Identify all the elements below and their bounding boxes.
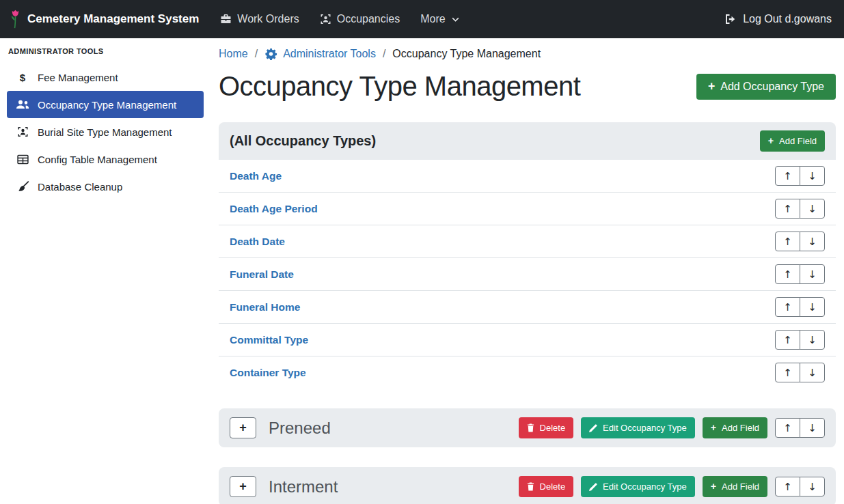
field-row: Funeral Home ↑ ↓ xyxy=(219,290,836,323)
plus-icon: + xyxy=(768,136,774,145)
move-down-button[interactable]: ↓ xyxy=(800,363,825,382)
pencil-icon xyxy=(589,424,597,432)
sidebar-item-label: Burial Site Type Management xyxy=(38,126,172,138)
move-down-button[interactable]: ↓ xyxy=(800,330,825,350)
sidebar-item-fee-management[interactable]: $ Fee Management xyxy=(7,64,204,91)
section-title: Preneed xyxy=(269,419,331,438)
move-down-button[interactable]: ↓ xyxy=(800,297,825,317)
add-field-button[interactable]: + Add Field xyxy=(703,476,767,497)
plus-icon: + xyxy=(711,423,716,432)
logout-button[interactable]: Log Out d.gowans xyxy=(722,8,834,31)
reorder-buttons: ↑ ↓ xyxy=(775,477,825,496)
expand-button[interactable]: + xyxy=(230,417,256,438)
delete-label: Delete xyxy=(540,423,566,433)
sidebar-item-label: Database Cleanup xyxy=(38,181,122,193)
move-down-button[interactable]: ↓ xyxy=(800,166,825,186)
card-header: (All Occupancy Types) + Add Field xyxy=(219,122,836,160)
plus-icon: + xyxy=(708,81,715,93)
section-interment: + Interment Delete Edit Occupancy Type + xyxy=(219,467,836,504)
nav-label: More xyxy=(420,13,445,25)
sidebar-item-label: Occupancy Type Management xyxy=(38,99,176,111)
main-nav: Work Orders Occupancies More xyxy=(210,8,469,31)
move-down-button[interactable]: ↓ xyxy=(800,264,825,284)
section-preneed: + Preneed Delete Edit Occupancy Type + xyxy=(219,408,836,447)
sidebar-item-config-table-management[interactable]: Config Table Management xyxy=(7,145,204,173)
field-link-death-date[interactable]: Death Date xyxy=(230,236,285,248)
delete-label: Delete xyxy=(540,481,566,492)
breadcrumb-admin-tools[interactable]: Administrator Tools xyxy=(283,48,376,60)
work-orders-icon xyxy=(220,14,232,25)
app-title: Cemetery Management System xyxy=(27,12,199,26)
burial-site-icon xyxy=(15,126,30,137)
main-content: Home / Administrator Tools / Occupancy T… xyxy=(210,38,844,504)
edit-occupancy-type-button[interactable]: Edit Occupancy Type xyxy=(581,476,695,497)
field-link-funeral-home[interactable]: Funeral Home xyxy=(230,301,300,313)
field-link-funeral-date[interactable]: Funeral Date xyxy=(230,268,294,281)
nav-label: Work Orders xyxy=(237,13,299,25)
field-row: Committal Type ↑ ↓ xyxy=(219,323,836,356)
app-brand[interactable]: Cemetery Management System xyxy=(10,9,199,29)
field-row: Container Type ↑ ↓ xyxy=(219,356,836,389)
field-link-container-type[interactable]: Container Type xyxy=(230,367,306,379)
move-down-button[interactable]: ↓ xyxy=(800,232,825,251)
nav-label: Occupancies xyxy=(337,13,400,25)
expand-button[interactable]: + xyxy=(230,476,256,497)
trash-icon xyxy=(527,423,534,432)
move-down-button[interactable]: ↓ xyxy=(800,477,825,496)
move-down-button[interactable]: ↓ xyxy=(800,418,825,438)
edit-occupancy-type-button[interactable]: Edit Occupancy Type xyxy=(581,417,695,438)
field-row: Death Date ↑ ↓ xyxy=(219,225,836,257)
breadcrumb-home[interactable]: Home xyxy=(219,48,248,60)
field-row: Death Age ↑ ↓ xyxy=(219,160,836,192)
add-occupancy-type-button[interactable]: + Add Occupancy Type xyxy=(696,74,836,100)
field-link-death-age-period[interactable]: Death Age Period xyxy=(230,203,318,215)
users-icon xyxy=(15,100,30,109)
breadcrumb-current: Occupancy Type Management xyxy=(392,48,541,60)
reorder-buttons: ↑ ↓ xyxy=(775,330,825,350)
sidebar-item-database-cleanup[interactable]: Database Cleanup xyxy=(7,173,204,200)
chevron-down-icon xyxy=(451,16,460,23)
field-row: Funeral Date ↑ ↓ xyxy=(219,257,836,290)
move-up-button[interactable]: ↑ xyxy=(775,166,800,186)
delete-button[interactable]: Delete xyxy=(519,476,574,497)
reorder-buttons: ↑ ↓ xyxy=(775,418,825,438)
dollar-icon: $ xyxy=(15,72,30,83)
section-actions: Delete Edit Occupancy Type + Add Field ↑… xyxy=(519,476,825,497)
move-up-button[interactable]: ↑ xyxy=(775,363,800,382)
move-up-button[interactable]: ↑ xyxy=(775,477,800,496)
move-up-button[interactable]: ↑ xyxy=(775,232,800,251)
move-up-button[interactable]: ↑ xyxy=(775,199,800,219)
add-field-button[interactable]: + Add Field xyxy=(703,417,767,438)
sidebar-item-label: Config Table Management xyxy=(38,154,157,165)
move-up-button[interactable]: ↑ xyxy=(775,418,800,438)
add-field-label: Add Field xyxy=(722,423,759,433)
field-link-death-age[interactable]: Death Age xyxy=(230,170,282,182)
nav-occupancies[interactable]: Occupancies xyxy=(310,8,411,31)
reorder-buttons: ↑ ↓ xyxy=(775,363,825,382)
move-up-button[interactable]: ↑ xyxy=(775,264,800,284)
breadcrumb: Home / Administrator Tools / Occupancy T… xyxy=(219,46,836,61)
delete-button[interactable]: Delete xyxy=(519,417,574,438)
sidebar-item-label: Fee Management xyxy=(38,72,118,83)
reorder-buttons: ↑ ↓ xyxy=(775,264,825,284)
field-link-committal-type[interactable]: Committal Type xyxy=(230,334,308,346)
plus-icon: + xyxy=(711,481,716,491)
move-down-button[interactable]: ↓ xyxy=(800,199,825,219)
section-actions: Delete Edit Occupancy Type + Add Field ↑… xyxy=(519,417,825,438)
add-field-button[interactable]: + Add Field xyxy=(760,130,825,152)
sidebar-item-occupancy-type-management[interactable]: Occupancy Type Management xyxy=(7,91,204,118)
sidebar: ADMINISTRATOR TOOLS $ Fee Management Occ… xyxy=(0,38,210,504)
sidebar-item-burial-site-type-management[interactable]: Burial Site Type Management xyxy=(7,118,204,145)
breadcrumb-separator: / xyxy=(255,48,258,60)
move-up-button[interactable]: ↑ xyxy=(775,297,800,317)
reorder-buttons: ↑ ↓ xyxy=(775,199,825,219)
add-field-label: Add Field xyxy=(722,481,759,492)
nav-more[interactable]: More xyxy=(410,8,469,31)
nav-work-orders[interactable]: Work Orders xyxy=(210,8,309,31)
tulip-logo-icon xyxy=(10,9,21,29)
breadcrumb-separator: / xyxy=(383,48,385,60)
edit-label: Edit Occupancy Type xyxy=(603,423,687,433)
reorder-buttons: ↑ ↓ xyxy=(775,297,825,317)
add-field-label: Add Field xyxy=(779,136,817,146)
move-up-button[interactable]: ↑ xyxy=(775,330,800,350)
